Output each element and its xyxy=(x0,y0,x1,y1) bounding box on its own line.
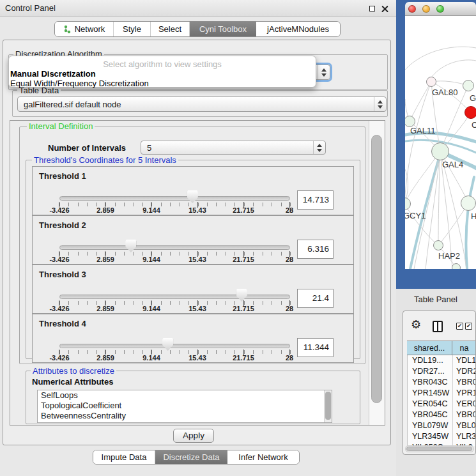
table-row[interactable]: YPR145WYPR1 xyxy=(408,388,476,399)
dropdown-option-manual[interactable]: Manual Discretization xyxy=(10,69,96,79)
cell[interactable]: YBR045C xyxy=(408,410,453,420)
float-window-icon[interactable] xyxy=(369,5,376,13)
cell[interactable]: YDR2 xyxy=(453,366,476,377)
columns-icon[interactable] xyxy=(433,321,443,332)
node-hap2[interactable] xyxy=(433,240,443,250)
dropdown-hint: Select algorithm to view settings xyxy=(9,59,316,69)
minimize-traffic-light-icon[interactable] xyxy=(422,5,430,13)
cell[interactable]: YDL1 xyxy=(453,355,476,366)
node-label-gal11: GAL11 xyxy=(410,126,436,135)
attribute-item[interactable]: SelfLoops xyxy=(38,390,332,401)
table-row[interactable]: YBR045CYBR0 xyxy=(408,410,476,420)
gear-icon[interactable]: ⚙ xyxy=(411,318,421,332)
network-view-canvas[interactable]: GAL80 G C GAL11 GAL4 GCY1 H HAP2 xyxy=(405,16,476,269)
threshold-4-panel: Threshold 4 -3.426 2.859 9.144 15.43 21.… xyxy=(32,314,354,363)
tab-discretize-data-label: Discretize Data xyxy=(163,452,219,462)
zoom-traffic-light-icon[interactable] xyxy=(436,5,444,13)
numerical-attributes-list: SelfLoops TopologicalCoefficient Between… xyxy=(37,390,332,423)
cell[interactable]: YPR1 xyxy=(453,388,476,399)
cell[interactable]: YPR145W xyxy=(408,388,453,399)
cell[interactable]: YBL0 xyxy=(453,420,476,431)
tab-select[interactable]: Select xyxy=(151,22,190,36)
table-row[interactable]: YLR345WYLR3 xyxy=(408,431,476,442)
tick-label: 9.144 xyxy=(132,305,171,312)
tick-label: 15.43 xyxy=(178,354,217,362)
threshold-2-slider-thumb[interactable] xyxy=(125,240,136,252)
table-row[interactable]: YDR27...YDR2 xyxy=(408,366,476,377)
tab-network[interactable]: Network xyxy=(55,22,114,36)
node-h[interactable] xyxy=(461,196,476,211)
cell[interactable]: YER0 xyxy=(453,399,476,410)
node-label-gcy1: GCY1 xyxy=(405,211,426,220)
threshold-4-value-field[interactable]: 11.344 xyxy=(297,338,334,357)
threshold-4-slider-track[interactable] xyxy=(59,344,290,348)
table-panel-header: Table Panel xyxy=(396,289,476,311)
node-clipped-top[interactable] xyxy=(463,80,474,91)
checkbox-icon[interactable]: ✔ xyxy=(456,323,463,330)
cell[interactable]: YLR3 xyxy=(453,431,476,442)
column-header-name[interactable]: na xyxy=(452,341,476,355)
node-partial-bottom[interactable] xyxy=(452,263,461,269)
cell[interactable]: YBR043C xyxy=(408,377,453,388)
table-row[interactable]: YDL19...YDL1 xyxy=(408,355,476,366)
attribute-browser-panel: ⚙ ✔ ✔ shared... na YDL19...YDL1 YDR27...… xyxy=(403,311,476,455)
bottom-tab-bar: Impute Data Discretize Data Infer Networ… xyxy=(93,450,300,464)
tab-infer-network[interactable]: Infer Network xyxy=(227,450,299,464)
threshold-2-slider-track[interactable] xyxy=(59,245,290,250)
threshold-3-slider-track[interactable] xyxy=(59,295,290,299)
table-row[interactable]: YBR043CYBR0 xyxy=(408,377,476,388)
tab-style-label: Style xyxy=(123,24,141,34)
threshold-3-slider-thumb[interactable] xyxy=(236,289,247,302)
threshold-4-slider-thumb[interactable] xyxy=(162,338,173,351)
tab-jactivemnodules[interactable]: jActiveMNodules xyxy=(256,22,340,36)
cell[interactable]: YLR345W xyxy=(408,431,453,442)
interval-definition-title: Interval Definition xyxy=(27,121,95,131)
column-header-shared[interactable]: shared... xyxy=(407,341,452,355)
threshold-1-slider-track[interactable] xyxy=(59,196,290,201)
table-row[interactable]: YBL079WYBL0 xyxy=(408,420,476,431)
dropdown-option-equal-width[interactable]: Equal Width/Frequency Discretization xyxy=(10,79,149,88)
table-data-combobox[interactable]: galFiltered.sif default node xyxy=(17,96,387,112)
combo-arrows-icon xyxy=(374,97,386,111)
cell[interactable]: YER054C xyxy=(408,399,453,410)
number-of-intervals-value: 5 xyxy=(147,143,151,153)
settings-scrollbar-thumb[interactable] xyxy=(371,135,382,403)
table-data-value: galFiltered.sif default node xyxy=(24,100,121,109)
node-gal80[interactable] xyxy=(426,77,436,87)
attribute-item[interactable]: BetweennessCentrality xyxy=(38,411,332,421)
tab-impute-data[interactable]: Impute Data xyxy=(93,450,155,464)
tab-network-label: Network xyxy=(75,24,105,34)
settings-scrollpane: Interval Definition Number of Intervals … xyxy=(10,120,385,426)
table-horizontal-scrollbar-thumb[interactable] xyxy=(406,447,472,451)
tab-impute-data-label: Impute Data xyxy=(102,452,147,462)
table-horizontal-scrollbar[interactable] xyxy=(405,445,474,452)
cell[interactable]: YBR0 xyxy=(453,410,476,420)
cell[interactable]: YBL079W xyxy=(408,420,453,431)
cell[interactable]: YDR27... xyxy=(408,366,453,377)
close-icon[interactable] xyxy=(381,5,389,13)
number-of-intervals-combobox[interactable]: 5 xyxy=(141,141,326,155)
threshold-2-label: Threshold 2 xyxy=(39,220,86,230)
tab-style[interactable]: Style xyxy=(114,22,151,36)
cell[interactable]: YDL19... xyxy=(408,355,453,366)
node-gal4[interactable] xyxy=(431,142,449,160)
tab-cyni-toolbox[interactable]: Cyni Toolbox xyxy=(190,22,256,36)
apply-button[interactable]: Apply xyxy=(173,429,214,443)
table-row[interactable]: YER054CYER0 xyxy=(408,399,476,410)
table-body: YDL19...YDL1 YDR27...YDR2 YBR043CYBR0 YP… xyxy=(407,355,476,446)
tick-label: -3.426 xyxy=(40,206,79,214)
settings-scrollbar[interactable] xyxy=(369,121,385,425)
attribute-item[interactable]: TopologicalCoefficient xyxy=(38,401,332,411)
checkbox-icon[interactable]: ✔ xyxy=(465,323,472,330)
threshold-1-slider-thumb[interactable] xyxy=(187,190,198,203)
attributes-scrollbar[interactable] xyxy=(324,390,332,422)
threshold-2-panel: Threshold 2 -3.426 2.859 9.144 15.43 21.… xyxy=(32,215,354,265)
threshold-2-value-field[interactable]: 6.316 xyxy=(297,240,334,259)
close-traffic-light-icon[interactable] xyxy=(408,5,416,13)
threshold-1-value-field[interactable]: 14.713 xyxy=(297,190,334,210)
node-red-selected[interactable] xyxy=(464,106,476,119)
tab-discretize-data[interactable]: Discretize Data xyxy=(155,450,227,464)
cell[interactable]: YBR0 xyxy=(453,377,476,388)
threshold-3-value-field[interactable]: 21.4 xyxy=(297,289,334,308)
application-window: Control Panel Network Style Select Cyni … xyxy=(0,0,476,476)
